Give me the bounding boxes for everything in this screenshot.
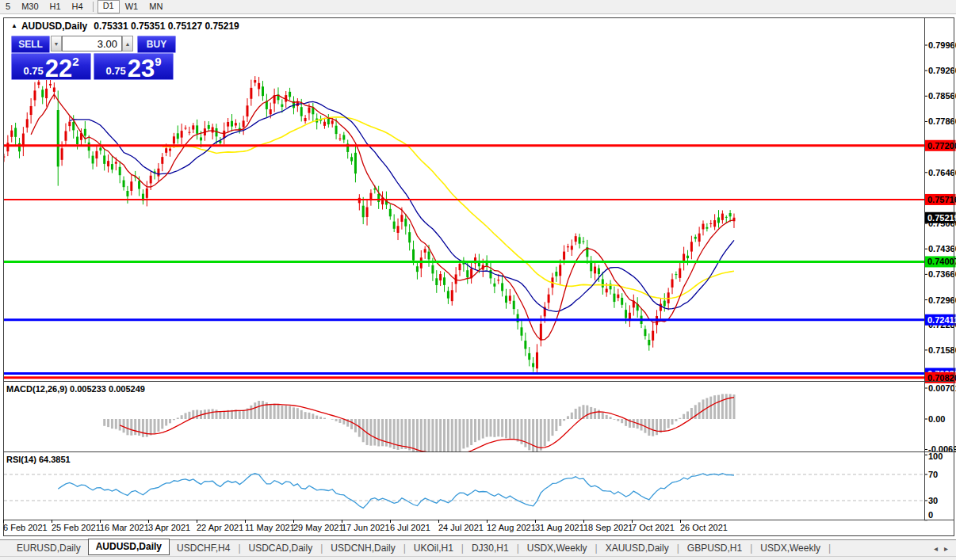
buy-button[interactable]: BUY [137,36,176,53]
svg-text:0.76460: 0.76460 [928,168,956,177]
svg-text:0.78560: 0.78560 [928,91,956,101]
buy-price-box[interactable]: 0.75 23 9 [94,53,174,80]
date-axis: 6 Feb 202125 Feb 202116 Mar 20213 Apr 20… [3,520,728,532]
svg-text:22 Apr 2021: 22 Apr 2021 [197,523,243,532]
svg-text:0.00: 0.00 [928,414,945,424]
svg-text:18 Sep 2021: 18 Sep 2021 [583,523,633,532]
candlestick-series [3,76,736,375]
buy-price-sup: 9 [155,55,161,68]
svg-text:0.72960: 0.72960 [928,295,956,305]
svg-text:16 Mar 2021: 16 Mar 2021 [100,523,149,532]
buy-price-small: 0.75 [105,65,125,77]
svg-text:6 Jul 2021: 6 Jul 2021 [390,523,430,532]
svg-text:26 Oct 2021: 26 Oct 2021 [680,523,728,532]
price-axis: 0.799600.792600.785600.778600.764600.750… [924,40,956,520]
volume-decrease-icon[interactable]: ▼ [51,36,62,51]
svg-text:0.75219: 0.75219 [927,213,956,223]
chart-ohlc-values: 0.75331 0.75351 0.75127 0.75219 [94,21,239,32]
macd-histogram [105,394,734,457]
sell-price-box[interactable]: 0.75 22 2 [11,53,91,80]
rsi-indicator-label: RSI(14) 64.3851 [6,455,71,464]
svg-text:7 Oct 2021: 7 Oct 2021 [632,523,675,532]
svg-text:0.007015: 0.007015 [928,383,956,393]
svg-text:0.71580: 0.71580 [928,345,956,355]
svg-text:0.73660: 0.73660 [928,269,956,279]
volume-increase-icon[interactable]: ▲ [122,36,133,51]
svg-text:12 Aug 2021: 12 Aug 2021 [487,523,536,532]
svg-text:0.74360: 0.74360 [928,244,956,253]
sell-button[interactable]: SELL [11,36,50,53]
ma-line [163,117,734,299]
rsi-line [58,474,734,509]
svg-text:6 Feb 2021: 6 Feb 2021 [3,523,48,532]
svg-text:0.74007: 0.74007 [927,257,956,266]
svg-text:0.72411: 0.72411 [927,315,956,325]
sell-price-small: 0.75 [23,65,43,77]
svg-text:11 May 2021: 11 May 2021 [245,523,295,532]
collapse-icon[interactable]: ▲ [11,22,17,29]
svg-text:3 Apr 2021: 3 Apr 2021 [148,523,190,532]
svg-text:0: 0 [928,510,933,520]
buy-price-big: 23 [128,58,155,79]
sell-price-sup: 2 [72,55,78,68]
svg-text:17 Jun 2021: 17 Jun 2021 [342,523,390,532]
svg-text:30: 30 [928,496,938,505]
svg-text:0.77860: 0.77860 [928,116,956,126]
chart-frame [4,18,954,536]
svg-text:0.77200: 0.77200 [927,141,956,150]
macd-indicator-label: MACD(12,26,9) 0.005233 0.005249 [6,384,145,394]
ma-line [70,101,734,311]
sell-price-big: 22 [45,58,72,79]
svg-text:25 Feb 2021: 25 Feb 2021 [52,523,101,532]
svg-text:31 Aug 2021: 31 Aug 2021 [535,523,584,532]
svg-text:100: 100 [928,451,943,461]
chart-title: ▲AUDUSD,Daily0.75331 0.75351 0.75127 0.7… [11,21,239,32]
svg-text:0.75716: 0.75716 [927,195,956,204]
svg-text:29 May 2021: 29 May 2021 [293,523,344,532]
chart-canvas[interactable]: 0.799600.792600.785600.778600.764600.750… [0,0,956,560]
chart-symbol-period: AUDUSD,Daily [21,21,87,32]
trading-platform-window: 5M30H1H4D1W1MN 0.799600.792600.785600.77… [0,0,956,560]
svg-text:24 Jul 2021: 24 Jul 2021 [438,523,484,532]
svg-text:0.79260: 0.79260 [928,66,956,75]
svg-text:0.79960: 0.79960 [928,40,956,50]
price-levels[interactable]: 0.772000.757160.740070.724110.709360.708… [4,140,956,383]
svg-text:70: 70 [928,470,938,479]
volume-input[interactable] [62,36,122,51]
